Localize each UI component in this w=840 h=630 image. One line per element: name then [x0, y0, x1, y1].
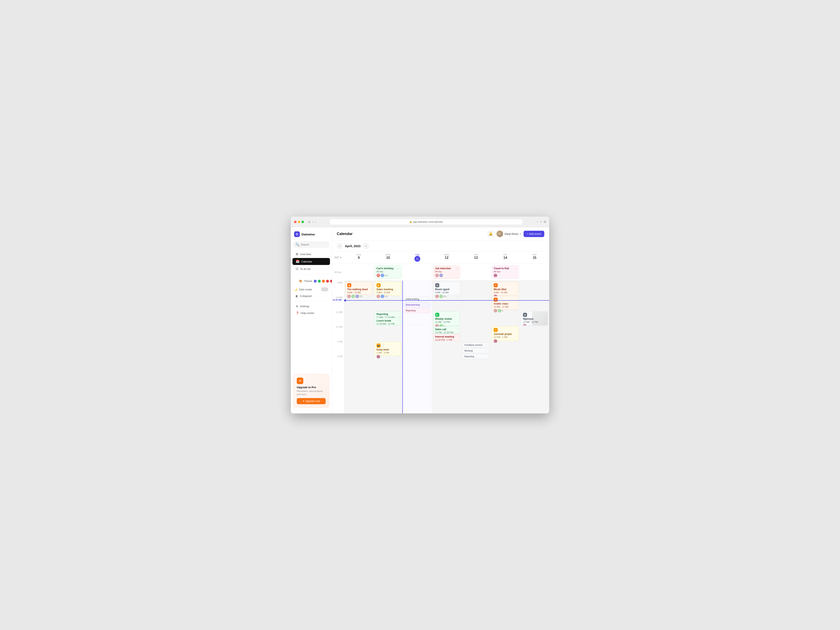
- theme-dot-red[interactable]: [326, 280, 329, 283]
- chevron-down-icon: ▾: [520, 233, 521, 235]
- upgrade-description: Reminders, extra projects, and more.: [297, 390, 326, 396]
- user-profile[interactable]: DD Daryl Dixon ▾: [496, 231, 521, 237]
- event-sales-call[interactable]: Sales call 12 PM - 12.30 PM ···: [433, 327, 460, 333]
- traffic-lights: [294, 221, 304, 223]
- forward-icon[interactable]: ›: [315, 220, 316, 224]
- camera-icon: 📷: [377, 344, 381, 347]
- search-box[interactable]: 🔍: [293, 241, 329, 248]
- event-reporting-mon[interactable]: Reporting 11 AM - 11.20 AM ···: [375, 311, 401, 317]
- avatar: DD: [496, 231, 503, 237]
- next-month-button[interactable]: ›: [363, 243, 369, 249]
- theme-dot-purple[interactable]: [314, 280, 317, 283]
- sidebar-item-settings[interactable]: ⚙ Settings: [292, 303, 330, 309]
- event-carls-birthday[interactable]: Carl's birthday All day 12+ ···: [375, 265, 401, 279]
- upgrade-box: ✦ Upgrade to Pro Reminders, extra projec…: [293, 374, 329, 408]
- maximize-button[interactable]: [302, 221, 304, 223]
- event-jummah-prayer[interactable]: ℹ Jummah prayer 12 PM - 1 PM You ···: [492, 327, 518, 341]
- theme-dot-orange[interactable]: [322, 280, 325, 283]
- event-more-button-2[interactable]: ···: [455, 267, 459, 271]
- sidebar-item-theme[interactable]: 🎨 Theme: [296, 278, 327, 284]
- settings-label: Settings: [300, 305, 309, 308]
- theme-color-dots: [314, 280, 333, 283]
- event-reporting-tue[interactable]: Reporting ···: [404, 308, 431, 313]
- event-more-internal[interactable]: ···: [457, 335, 459, 337]
- minimize-button[interactable]: [298, 221, 300, 223]
- event-reporting-thu[interactable]: Reporting ···: [463, 354, 489, 359]
- sidebar-item-collapsed[interactable]: ◧ Collapsed: [292, 293, 330, 299]
- url-bar[interactable]: 🔒 app.datewise.com/calendar: [330, 219, 523, 225]
- event-more-working[interactable]: ···: [485, 349, 487, 352]
- sidebar-logo: D Datewise: [291, 231, 332, 240]
- event-internal-meeting[interactable]: Internal meeting 12.30 PM - 1 PM ···: [433, 334, 460, 341]
- allday-cell-sat: [520, 264, 549, 280]
- timezone-dropdown-icon[interactable]: ▾: [340, 256, 341, 259]
- event-reuni-ngarit[interactable]: ◉ Reuni ngarit 9 AM - 10 AM 20+ ···: [433, 282, 460, 295]
- event-working[interactable]: Working ···: [463, 348, 489, 353]
- add-event-button[interactable]: + Add event: [524, 231, 544, 237]
- sidebar-item-help[interactable]: ❓ Help center: [292, 310, 330, 316]
- avatar-3: [435, 273, 439, 277]
- sidebar-item-calendar[interactable]: 📅 Calendar: [292, 258, 330, 265]
- notification-button[interactable]: 🔔: [488, 231, 494, 237]
- event-more-briefing[interactable]: ···: [427, 298, 429, 300]
- event-more-lunch[interactable]: ···: [398, 319, 400, 321]
- event-more-button[interactable]: ···: [396, 267, 400, 271]
- event-lunch-break[interactable]: Lunch break 11.20 AM - 12 PM ···: [375, 318, 401, 325]
- theme-dot-green[interactable]: [318, 280, 321, 283]
- back-icon[interactable]: ‹: [312, 220, 313, 224]
- event-more-brainstorm[interactable]: ···: [427, 303, 429, 306]
- event-feedback-session[interactable]: Feedback session ···: [463, 343, 489, 347]
- prev-month-button[interactable]: ‹: [337, 243, 343, 249]
- sidebar: D Datewise 🔍 ⊞ Overview 📅 Calendar ☑ To …: [291, 227, 332, 414]
- event-travel-pati[interactable]: Travel to Pati All day You ···: [492, 265, 518, 279]
- event-more-reporting-thu[interactable]: ···: [485, 355, 487, 358]
- sidebar-toggle-icon[interactable]: ⊡: [308, 220, 311, 224]
- sidebar-item-overview[interactable]: ⊞ Overview: [292, 251, 330, 257]
- days-columns: 10.20 AM: [344, 281, 549, 414]
- theme-label: Theme: [304, 279, 312, 283]
- event-more-feedback[interactable]: ···: [485, 344, 487, 346]
- event-more-salescall[interactable]: ···: [457, 327, 459, 330]
- micek-icon: ⊞: [494, 283, 498, 287]
- event-ngeluyur[interactable]: ◉ Ngeluyur 11 AM - 12 PM You ···: [521, 311, 548, 326]
- event-weekly-review[interactable]: ▶ Weekly review 11 AM - 12 PM 8 ···: [433, 311, 460, 326]
- event-sales-meeting[interactable]: ▶ Sales meeting 9 AM - 10 AM 12+ ···: [375, 282, 401, 295]
- todo-icon: ☑: [296, 267, 298, 271]
- current-time-label: 10.20 AM: [332, 298, 342, 301]
- event-deep-work[interactable]: 📷 Deep work 1 PM - 2 PM You ···: [375, 342, 401, 355]
- event-initial-briefing[interactable]: Initial briefing ···: [404, 297, 431, 302]
- logo-text: Datewise: [302, 232, 315, 236]
- event-micek-dilut[interactable]: ⊞ Micek dilut 9 AM - 10 AM You ···: [492, 282, 518, 295]
- titlebar-actions: ↑ + ⧉: [537, 220, 546, 224]
- share-icon[interactable]: ↑: [537, 220, 538, 224]
- allday-cell-tue: [403, 264, 432, 280]
- event-more-button-3[interactable]: ···: [513, 267, 518, 271]
- event-job-interview[interactable]: Job interview All day ···: [433, 265, 460, 279]
- event-more-sales[interactable]: ···: [397, 295, 399, 298]
- event-walking-dead[interactable]: ◉ The walking dead 9 AM - 10 AM 12+: [345, 282, 372, 295]
- dark-mode-toggle[interactable]: [321, 287, 328, 291]
- event-more-report-tue[interactable]: ···: [427, 309, 429, 312]
- event-more-deep[interactable]: ···: [397, 355, 399, 358]
- event-more-ngeluyur[interactable]: ···: [544, 324, 546, 326]
- search-input[interactable]: [301, 243, 327, 246]
- event-more-jummah[interactable]: ···: [515, 339, 516, 343]
- close-button[interactable]: [294, 221, 297, 223]
- reuni-icon: ◉: [435, 283, 439, 287]
- search-icon: 🔍: [295, 243, 299, 246]
- sidebar-item-todo[interactable]: ☑ To do list: [292, 265, 330, 272]
- avatar-you: You: [494, 273, 497, 277]
- help-label: Help center: [301, 311, 314, 314]
- new-tab-icon[interactable]: +: [540, 220, 542, 224]
- event-more-reporting-mon[interactable]: ···: [398, 312, 400, 315]
- event-brainstorming[interactable]: Brainstorming ···: [404, 302, 431, 307]
- ngeluyur-icon: ◉: [523, 313, 527, 317]
- tabs-icon[interactable]: ⧉: [544, 220, 546, 224]
- event-more-arabic[interactable]: ···: [515, 309, 516, 312]
- day-headers: PST ▾ SUN 9 MON 10 TUE 11: [332, 251, 549, 264]
- event-more-sun[interactable]: ···: [368, 295, 370, 298]
- upgrade-button[interactable]: ✦ Upgrade now: [297, 398, 326, 404]
- event-arabic-class[interactable]: ✦ Arabic class 10 AM - 11 AM 5 ···: [492, 296, 518, 309]
- event-more-reuni[interactable]: ···: [456, 295, 458, 298]
- jummah-icon: ℹ: [494, 328, 498, 332]
